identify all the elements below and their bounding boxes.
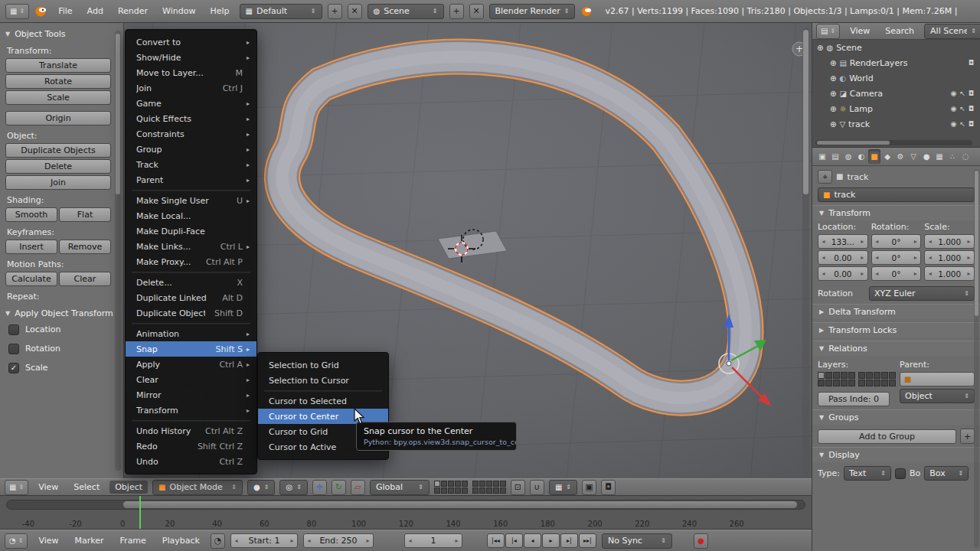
increment-icon[interactable]: ▸ [965,270,972,277]
render-toggle-icon[interactable]: ◘ [969,120,974,128]
playback-button[interactable]: ▸ [542,533,560,548]
properties-tab[interactable]: ▤ [829,149,841,164]
object-name-field[interactable]: ■track [818,187,975,202]
properties-tab[interactable]: ▽ [907,149,920,164]
menu-item[interactable]: Group ▸ [126,142,256,157]
parent-type-selector[interactable]: Object⇕ [900,389,975,403]
outliner-filter-selector[interactable]: All Scenes⇕ [924,24,980,39]
increment-icon[interactable]: ▸ [965,254,972,261]
menu-window[interactable]: Window [158,4,200,18]
pivot-point-selector[interactable]: ◎⇕ [279,480,307,495]
translate-button[interactable]: Translate [5,58,111,73]
viewport-scrollbar[interactable] [802,28,809,473]
rotation-field[interactable]: ◂0°▸ [871,266,922,281]
snap-element-selector[interactable]: ▦⇕ [549,480,577,495]
current-frame-field[interactable]: ◂1▸ [404,533,462,548]
scale-field[interactable]: ◂1.000▸ [924,250,975,265]
menu-item[interactable]: Clear ▸ [126,372,256,387]
visibility-eye-icon[interactable]: ◉ [950,120,956,128]
increment-icon[interactable]: ▸ [912,254,919,261]
properties-tab[interactable]: ∴ [946,149,959,164]
decrement-icon[interactable]: ◂ [926,254,933,261]
add-scene-button[interactable]: + [449,4,464,19]
tool-shelf-scrollbar[interactable] [115,31,121,471]
timeline-frame-menu[interactable]: Frame [115,534,152,547]
outliner-item-scene[interactable]: ⊕ ◍ Scene [812,40,980,55]
join-button[interactable]: Join [5,175,111,190]
menu-item[interactable]: Undo Ctrl Z [126,454,256,469]
menu-item[interactable] [126,269,256,275]
increment-icon[interactable]: ▸ [912,270,919,277]
outliner-search-menu[interactable]: Search [880,24,920,37]
decrement-icon[interactable]: ◂ [233,537,240,544]
selectability-icon[interactable]: ↖ [959,105,965,112]
add-to-group-button[interactable]: Add to Group [818,429,956,444]
timeline-playback-menu[interactable]: Playback [157,534,205,547]
screen-layout-selector[interactable]: ▦Default⇕ [240,4,322,19]
properties-tab[interactable]: ◐ [855,149,867,164]
opengl-render-anim-button[interactable]: ◘ [601,480,616,495]
apply-scale-row[interactable]: ✓Scale [5,358,111,377]
properties-tab[interactable]: ■ [868,149,880,164]
panel-collapse-icon[interactable]: ▼ [819,452,824,458]
playback-button[interactable]: ▸| [560,533,578,548]
delete-button[interactable]: Delete [5,159,111,174]
render-toggle-icon[interactable]: ◘ [969,105,974,112]
editor-type-button[interactable]: ▦⇕ [5,480,28,495]
menu-item[interactable]: Constraints ▸ [126,126,256,142]
properties-tab[interactable]: ▦ [933,149,946,164]
menu-file[interactable]: File [54,4,77,18]
expand-icon[interactable]: ⊕ [830,120,836,129]
bounds-checkbox[interactable] [895,468,906,479]
properties-tab[interactable]: ◆ [881,149,893,164]
properties-tab[interactable]: ▣ [816,149,828,164]
visibility-eye-icon[interactable]: ◉ [950,105,956,112]
render-toggle-icon[interactable]: ◘ [969,90,974,97]
start-frame-field[interactable]: ◂Start: 1▸ [230,533,298,548]
menu-item[interactable]: Make Dupli-Face [126,223,256,239]
outliner-item-renderlayers[interactable]: ⊕ ▤ RenderLayers ◘ [812,55,980,70]
panel-collapse-icon[interactable]: ▶ [819,308,824,315]
decrement-icon[interactable]: ◂ [820,238,827,245]
viewport-shading-selector[interactable]: ●⇕ [247,480,275,495]
rotation-field[interactable]: ◂0°▸ [871,250,922,265]
properties-tab[interactable]: ● [920,149,933,164]
playback-button[interactable]: ▸▸| [579,533,596,548]
duplicate-objects-button[interactable]: Duplicate Objects [5,143,111,158]
sync-mode-selector[interactable]: No Sync⇕ [602,533,672,549]
menu-item[interactable]: Make Single User U ▸ [126,193,256,208]
bounds-type-selector[interactable]: Box⇕ [924,466,969,481]
panel-collapse-icon[interactable]: ▼ [819,210,824,217]
opengl-render-button[interactable]: ▣ [582,480,596,495]
timeline-scrollbar-handle[interactable] [123,501,797,508]
location-field[interactable]: ◂0.00▸ [818,250,868,265]
menu-item[interactable]: Apply Ctrl A ▸ [126,357,256,372]
delete-layout-button[interactable]: ✕ [348,4,362,19]
end-frame-field[interactable]: ◂End: 250▸ [303,533,374,548]
apply-rotation-row[interactable]: Rotation [5,339,111,358]
editor-type-button[interactable]: ◔⇕ [5,533,28,549]
menu-item[interactable]: Track ▸ [126,157,256,172]
manipulator-scale-button[interactable]: ▱ [351,480,365,495]
remove-keyframe-button[interactable]: Remove [59,240,111,254]
new-group-button[interactable]: + [960,429,975,444]
mode-selector[interactable]: ■Object Mode⇕ [152,480,243,495]
view-menu[interactable]: View [33,481,64,494]
menu-item[interactable]: Duplicate Objects Shift D [126,305,256,321]
menu-item[interactable]: Delete... X [126,275,256,290]
expand-icon[interactable]: ⊕ [830,90,836,98]
expand-icon[interactable]: ⊕ [817,44,823,52]
expand-icon[interactable]: ⊕ [830,105,836,113]
pass-index-field[interactable]: Pass Inde: 0 [818,392,890,406]
decrement-icon[interactable]: ◂ [874,238,880,245]
menu-item[interactable]: Make Links... Ctrl L ▸ [126,239,256,254]
menu-item[interactable]: Make Local... [126,208,256,223]
3d-viewport[interactable]: + ▼Object Tools Transform: Translate Rot… [0,23,812,478]
scale-field[interactable]: ◂1.000▸ [924,234,975,249]
playback-button[interactable]: |◂ [505,533,523,548]
timeline-view-menu[interactable]: View [33,534,64,547]
track-mesh[interactable] [282,57,746,398]
add-layout-button[interactable]: + [328,4,342,19]
menu-item[interactable] [126,187,256,193]
menu-item[interactable]: Convert to ▸ [126,34,256,50]
